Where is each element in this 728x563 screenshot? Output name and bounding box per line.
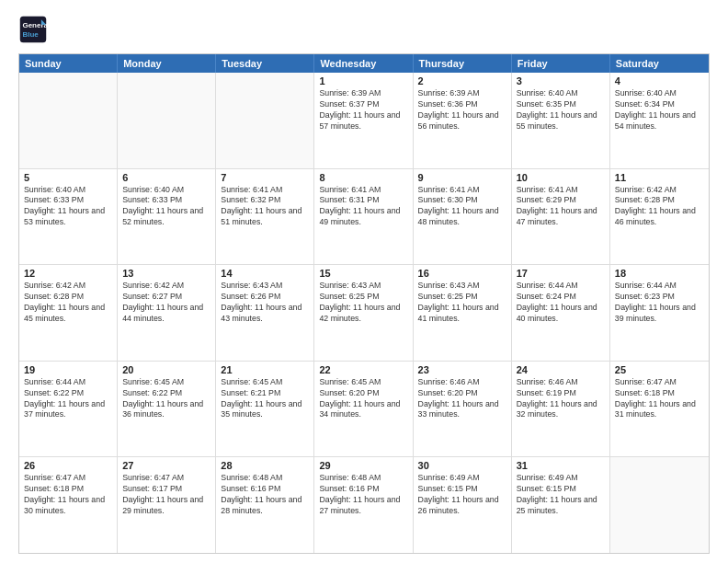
- calendar-cell: 6Sunrise: 6:40 AMSunset: 6:33 PMDaylight…: [118, 169, 216, 265]
- calendar-cell: 8Sunrise: 6:41 AMSunset: 6:31 PMDaylight…: [314, 169, 413, 265]
- header-day-friday: Friday: [512, 54, 610, 73]
- calendar-cell: 27Sunrise: 6:47 AMSunset: 6:17 PMDayligh…: [118, 457, 216, 553]
- day-number: 6: [122, 172, 210, 183]
- calendar-row-5: 26Sunrise: 6:47 AMSunset: 6:18 PMDayligh…: [19, 456, 709, 553]
- cell-info: Sunrise: 6:45 AMSunset: 6:20 PMDaylight:…: [319, 377, 407, 421]
- cell-info: Sunrise: 6:42 AMSunset: 6:27 PMDaylight:…: [122, 281, 210, 325]
- header-day-saturday: Saturday: [610, 54, 709, 73]
- day-number: 27: [122, 460, 210, 471]
- calendar-cell: 3Sunrise: 6:40 AMSunset: 6:35 PMDaylight…: [512, 73, 610, 168]
- cell-info: Sunrise: 6:41 AMSunset: 6:32 PMDaylight:…: [221, 185, 309, 229]
- calendar-cell: 1Sunrise: 6:39 AMSunset: 6:37 PMDaylight…: [314, 73, 413, 168]
- day-number: 12: [24, 268, 112, 279]
- cell-info: Sunrise: 6:49 AMSunset: 6:15 PMDaylight:…: [517, 473, 605, 517]
- calendar-cell: 23Sunrise: 6:46 AMSunset: 6:20 PMDayligh…: [414, 362, 512, 457]
- calendar-row-3: 12Sunrise: 6:42 AMSunset: 6:28 PMDayligh…: [19, 264, 709, 361]
- calendar-cell: 16Sunrise: 6:43 AMSunset: 6:25 PMDayligh…: [414, 265, 512, 361]
- calendar-row-1: 1Sunrise: 6:39 AMSunset: 6:37 PMDaylight…: [19, 73, 709, 168]
- page: General Blue SundayMondayTuesdayWednesda…: [0, 0, 728, 563]
- calendar-cell: 13Sunrise: 6:42 AMSunset: 6:27 PMDayligh…: [118, 265, 216, 361]
- cell-info: Sunrise: 6:42 AMSunset: 6:28 PMDaylight:…: [24, 281, 112, 325]
- day-number: 29: [319, 460, 407, 471]
- day-number: 2: [418, 75, 506, 86]
- header-day-thursday: Thursday: [414, 54, 512, 73]
- day-number: 19: [24, 364, 112, 375]
- cell-info: Sunrise: 6:44 AMSunset: 6:23 PMDaylight:…: [615, 281, 704, 325]
- calendar-cell: 11Sunrise: 6:42 AMSunset: 6:28 PMDayligh…: [610, 169, 709, 265]
- day-number: 18: [615, 268, 704, 279]
- cell-info: Sunrise: 6:40 AMSunset: 6:33 PMDaylight:…: [24, 185, 112, 229]
- logo: General Blue: [18, 15, 51, 44]
- calendar-cell: 10Sunrise: 6:41 AMSunset: 6:29 PMDayligh…: [512, 169, 610, 265]
- calendar-cell: 28Sunrise: 6:48 AMSunset: 6:16 PMDayligh…: [216, 457, 314, 553]
- day-number: 17: [517, 268, 605, 279]
- calendar-cell: 2Sunrise: 6:39 AMSunset: 6:36 PMDaylight…: [414, 73, 512, 168]
- header: General Blue: [18, 15, 710, 44]
- day-number: 23: [418, 364, 506, 375]
- calendar: SundayMondayTuesdayWednesdayThursdayFrid…: [18, 53, 710, 554]
- day-number: 14: [221, 268, 309, 279]
- calendar-cell: 18Sunrise: 6:44 AMSunset: 6:23 PMDayligh…: [610, 265, 709, 361]
- cell-info: Sunrise: 6:46 AMSunset: 6:20 PMDaylight:…: [418, 377, 506, 421]
- day-number: 9: [418, 172, 506, 183]
- day-number: 22: [319, 364, 407, 375]
- cell-info: Sunrise: 6:41 AMSunset: 6:31 PMDaylight:…: [319, 185, 407, 229]
- calendar-cell: [19, 73, 118, 168]
- day-number: 30: [418, 460, 506, 471]
- day-number: 11: [615, 172, 704, 183]
- cell-info: Sunrise: 6:44 AMSunset: 6:22 PMDaylight:…: [24, 377, 112, 421]
- calendar-cell: [610, 457, 709, 553]
- day-number: 5: [24, 172, 112, 183]
- calendar-cell: 24Sunrise: 6:46 AMSunset: 6:19 PMDayligh…: [512, 362, 610, 457]
- day-number: 1: [319, 75, 407, 86]
- cell-info: Sunrise: 6:39 AMSunset: 6:37 PMDaylight:…: [319, 88, 407, 132]
- day-number: 24: [517, 364, 605, 375]
- calendar-cell: [118, 73, 216, 168]
- day-number: 31: [517, 460, 605, 471]
- day-number: 20: [122, 364, 210, 375]
- calendar-cell: [216, 73, 314, 168]
- day-number: 26: [24, 460, 112, 471]
- cell-info: Sunrise: 6:40 AMSunset: 6:33 PMDaylight:…: [122, 185, 210, 229]
- cell-info: Sunrise: 6:45 AMSunset: 6:21 PMDaylight:…: [221, 377, 309, 421]
- cell-info: Sunrise: 6:43 AMSunset: 6:25 PMDaylight:…: [319, 281, 407, 325]
- cell-info: Sunrise: 6:49 AMSunset: 6:15 PMDaylight:…: [418, 473, 506, 517]
- calendar-cell: 31Sunrise: 6:49 AMSunset: 6:15 PMDayligh…: [512, 457, 610, 553]
- calendar-cell: 12Sunrise: 6:42 AMSunset: 6:28 PMDayligh…: [19, 265, 118, 361]
- cell-info: Sunrise: 6:39 AMSunset: 6:36 PMDaylight:…: [418, 88, 506, 132]
- calendar-row-4: 19Sunrise: 6:44 AMSunset: 6:22 PMDayligh…: [19, 361, 709, 457]
- calendar-body: 1Sunrise: 6:39 AMSunset: 6:37 PMDaylight…: [19, 73, 709, 553]
- calendar-row-2: 5Sunrise: 6:40 AMSunset: 6:33 PMDaylight…: [19, 168, 709, 265]
- calendar-cell: 20Sunrise: 6:45 AMSunset: 6:22 PMDayligh…: [118, 362, 216, 457]
- cell-info: Sunrise: 6:43 AMSunset: 6:26 PMDaylight:…: [221, 281, 309, 325]
- svg-text:Blue: Blue: [22, 30, 39, 39]
- day-number: 28: [221, 460, 309, 471]
- header-day-tuesday: Tuesday: [216, 54, 314, 73]
- cell-info: Sunrise: 6:47 AMSunset: 6:17 PMDaylight:…: [122, 473, 210, 517]
- cell-info: Sunrise: 6:40 AMSunset: 6:34 PMDaylight:…: [615, 88, 704, 132]
- cell-info: Sunrise: 6:48 AMSunset: 6:16 PMDaylight:…: [221, 473, 309, 517]
- cell-info: Sunrise: 6:41 AMSunset: 6:29 PMDaylight:…: [517, 185, 605, 229]
- cell-info: Sunrise: 6:48 AMSunset: 6:16 PMDaylight:…: [319, 473, 407, 517]
- calendar-cell: 5Sunrise: 6:40 AMSunset: 6:33 PMDaylight…: [19, 169, 118, 265]
- calendar-cell: 4Sunrise: 6:40 AMSunset: 6:34 PMDaylight…: [610, 73, 709, 168]
- calendar-cell: 21Sunrise: 6:45 AMSunset: 6:21 PMDayligh…: [216, 362, 314, 457]
- cell-info: Sunrise: 6:41 AMSunset: 6:30 PMDaylight:…: [418, 185, 506, 229]
- calendar-cell: 22Sunrise: 6:45 AMSunset: 6:20 PMDayligh…: [314, 362, 413, 457]
- calendar-cell: 26Sunrise: 6:47 AMSunset: 6:18 PMDayligh…: [19, 457, 118, 553]
- cell-info: Sunrise: 6:43 AMSunset: 6:25 PMDaylight:…: [418, 281, 506, 325]
- day-number: 7: [221, 172, 309, 183]
- cell-info: Sunrise: 6:42 AMSunset: 6:28 PMDaylight:…: [615, 185, 704, 229]
- cell-info: Sunrise: 6:40 AMSunset: 6:35 PMDaylight:…: [517, 88, 605, 132]
- calendar-cell: 15Sunrise: 6:43 AMSunset: 6:25 PMDayligh…: [314, 265, 413, 361]
- header-day-sunday: Sunday: [19, 54, 118, 73]
- cell-info: Sunrise: 6:44 AMSunset: 6:24 PMDaylight:…: [517, 281, 605, 325]
- cell-info: Sunrise: 6:47 AMSunset: 6:18 PMDaylight:…: [615, 377, 704, 421]
- calendar-header: SundayMondayTuesdayWednesdayThursdayFrid…: [19, 54, 709, 73]
- cell-info: Sunrise: 6:45 AMSunset: 6:22 PMDaylight:…: [122, 377, 210, 421]
- calendar-cell: 17Sunrise: 6:44 AMSunset: 6:24 PMDayligh…: [512, 265, 610, 361]
- day-number: 10: [517, 172, 605, 183]
- cell-info: Sunrise: 6:47 AMSunset: 6:18 PMDaylight:…: [24, 473, 112, 517]
- logo-icon: General Blue: [18, 15, 48, 44]
- calendar-cell: 9Sunrise: 6:41 AMSunset: 6:30 PMDaylight…: [414, 169, 512, 265]
